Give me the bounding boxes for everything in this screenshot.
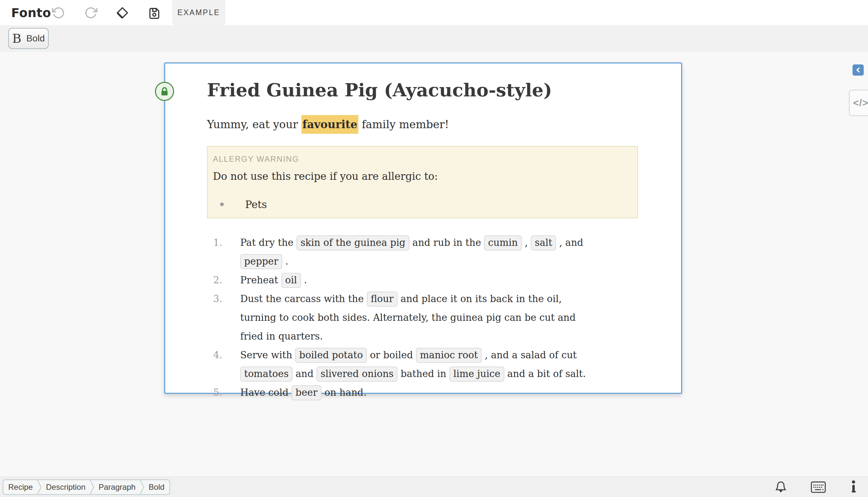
chevron-left-icon (855, 67, 861, 73)
step-number: 4. (213, 346, 222, 365)
lock-badge (155, 82, 174, 101)
description-text-post[interactable]: family member! (358, 118, 449, 131)
steps-list: 1.Pat dry the skin of the guinea pig and… (207, 233, 681, 402)
step-text[interactable]: and (292, 368, 317, 379)
remove-formatting-icon (116, 6, 129, 19)
ingredient-chip[interactable]: manioc root (416, 348, 482, 363)
ingredient-chip[interactable]: flour (367, 292, 398, 307)
app-bar: Fonto EXAMPLE (0, 0, 868, 25)
allergy-warning-label: ALLERGY WARNING (213, 155, 628, 164)
step-number: 5. (213, 383, 222, 402)
step-text[interactable]: , and (556, 237, 583, 248)
step-number: 1. (213, 233, 222, 252)
ingredient-chip[interactable]: pepper (240, 254, 282, 269)
step-text[interactable]: on hand. (321, 387, 367, 398)
ingredient-chip[interactable]: boiled potato (295, 348, 367, 363)
step-text[interactable]: . (301, 274, 307, 286)
ingredient-chip[interactable]: oil (281, 273, 301, 288)
lock-icon (159, 86, 170, 97)
step-text[interactable]: , and a salad of cut (482, 350, 577, 360)
keyboard-icon (811, 481, 826, 493)
step-text[interactable]: Serve with (240, 350, 295, 360)
allergy-warning-callout: ALLERGY WARNING Do not use this recipe i… (207, 146, 638, 218)
document-frame: Fried Guinea Pig (Ayacucho-style) Yummy,… (164, 62, 682, 394)
redo-button[interactable] (83, 5, 98, 20)
ingredient-chip[interactable]: tomatoes (240, 367, 292, 382)
breadcrumb: RecipeDescriptionParagraphBold (3, 479, 170, 495)
notifications-button[interactable] (774, 481, 787, 493)
breadcrumb-item-paragraph[interactable]: Paragraph (94, 480, 140, 494)
breadcrumb-item-description[interactable]: Description (41, 480, 91, 494)
step-text[interactable]: or boiled (367, 350, 416, 360)
xml-source-tab[interactable]: </> (849, 90, 868, 116)
step-text[interactable]: bathed in (398, 368, 450, 379)
save-button[interactable] (147, 5, 162, 20)
ingredient-chip[interactable]: beer (291, 385, 321, 400)
document-tab-example[interactable]: EXAMPLE (172, 0, 225, 25)
step-text[interactable]: Preheat (240, 274, 281, 286)
highlighted-bold-text[interactable]: favourite (301, 115, 358, 134)
editor-canvas: Fried Guinea Pig (Ayacucho-style) Yummy,… (0, 52, 868, 477)
ingredient-chip[interactable]: lime juice (450, 367, 505, 382)
allergy-warning-list: Pets (213, 198, 628, 211)
step-item[interactable]: 5.Have cold beer on hand. (207, 383, 600, 402)
document-content: Fried Guinea Pig (Ayacucho-style) Yummy,… (165, 63, 681, 402)
description-paragraph[interactable]: Yummy, eat your favourite family member! (207, 118, 681, 131)
code-icon: </> (853, 97, 868, 109)
status-icons (774, 480, 857, 494)
bullet-icon (220, 202, 224, 206)
undo-icon (52, 6, 65, 19)
breadcrumb-item-recipe[interactable]: Recipe (3, 480, 38, 494)
step-number: 3. (213, 289, 222, 308)
ingredient-chip[interactable]: slivered onions (317, 367, 398, 382)
document-title[interactable]: Fried Guinea Pig (Ayacucho-style) (207, 79, 681, 101)
undo-button[interactable] (51, 5, 66, 20)
save-icon (148, 6, 161, 19)
allergy-warning-intro[interactable]: Do not use this recipe if you are allerg… (213, 170, 628, 182)
step-item[interactable]: 3.Dust the carcass with the flour and pl… (207, 289, 600, 346)
step-text[interactable]: and rub in the (409, 237, 484, 248)
breadcrumb-item-bold[interactable]: Bold (144, 480, 169, 494)
ingredient-chip[interactable]: cumin (484, 235, 522, 251)
step-text[interactable]: and a bit of salt. (505, 368, 586, 379)
bold-button-label: Bold (26, 33, 45, 44)
allergy-warning-item-text[interactable]: Pets (245, 198, 267, 211)
step-item[interactable]: 1.Pat dry the skin of the guinea pig and… (207, 233, 600, 271)
step-item[interactable]: 2.Preheat oil . (207, 271, 600, 289)
ingredient-chip[interactable]: salt (531, 235, 556, 251)
step-number: 2. (213, 271, 222, 289)
keyboard-shortcuts-button[interactable] (811, 481, 826, 493)
step-item[interactable]: 4.Serve with boiled potato or boiled man… (207, 346, 600, 383)
bold-icon: B (12, 32, 22, 45)
step-text[interactable]: Dust the carcass with the (240, 293, 367, 304)
step-text[interactable]: , (522, 237, 531, 248)
info-icon (850, 480, 857, 494)
fonto-logo: Fonto (11, 5, 51, 20)
formatting-toolbar: B Bold (0, 25, 868, 52)
step-text[interactable]: Have cold (240, 387, 291, 398)
status-bar: RecipeDescriptionParagraphBold (0, 477, 868, 497)
remove-formatting-button[interactable] (115, 5, 130, 20)
collapse-panel-button[interactable] (853, 65, 864, 75)
step-text[interactable]: Pat dry the (240, 237, 297, 248)
description-text-pre[interactable]: Yummy, eat your (207, 118, 301, 131)
step-text[interactable]: . (282, 256, 288, 267)
redo-icon (84, 6, 97, 19)
bold-button[interactable]: B Bold (8, 28, 49, 49)
info-button[interactable] (850, 480, 857, 494)
allergy-warning-item[interactable]: Pets (213, 198, 628, 211)
ingredient-chip[interactable]: skin of the guinea pig (297, 235, 409, 251)
notifications-icon (774, 481, 787, 493)
